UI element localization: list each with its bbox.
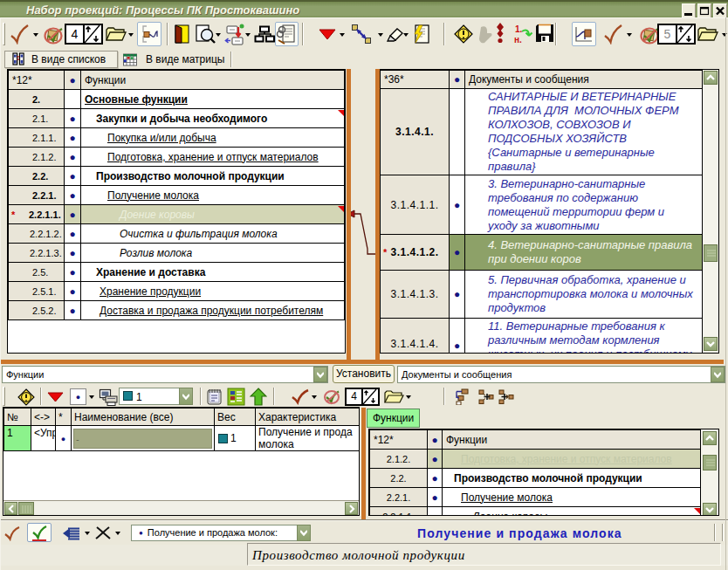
svg-text:н.: н. xyxy=(514,35,522,45)
svg-text:1.: 1. xyxy=(515,24,523,34)
